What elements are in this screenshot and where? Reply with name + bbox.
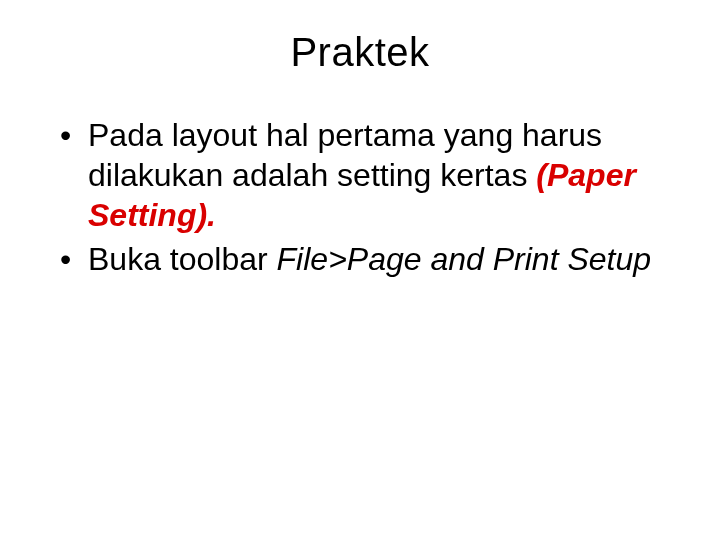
bullet-emphasis: File>Page and Print Setup	[277, 241, 651, 277]
bullet-text: Pada layout hal pertama yang harus dilak…	[88, 117, 602, 193]
slide: Praktek Pada layout hal pertama yang har…	[0, 0, 720, 540]
slide-title: Praktek	[50, 30, 670, 75]
bullet-list: Pada layout hal pertama yang harus dilak…	[60, 115, 670, 279]
list-item: Buka toolbar File>Page and Print Setup	[60, 239, 670, 279]
bullet-text: Buka toolbar	[88, 241, 277, 277]
list-item: Pada layout hal pertama yang harus dilak…	[60, 115, 670, 235]
